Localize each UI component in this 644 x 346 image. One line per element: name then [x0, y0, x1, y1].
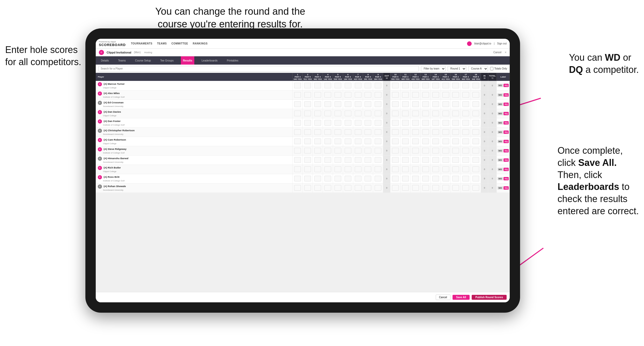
hole-1-input[interactable] — [294, 129, 301, 135]
hole-15-input[interactable] — [442, 83, 449, 88]
hole-11-input[interactable] — [402, 139, 409, 144]
sign-out-link[interactable]: Sign out — [497, 42, 507, 45]
hole-3-input[interactable] — [314, 111, 321, 116]
hole-9-input[interactable] — [375, 129, 381, 135]
hole-13-input[interactable] — [422, 111, 429, 116]
hole-10-input[interactable] — [392, 92, 399, 98]
hole-17-input[interactable] — [462, 92, 469, 98]
hole-17-input[interactable] — [462, 148, 469, 153]
hole-12-input[interactable] — [412, 176, 419, 181]
hole-1-input[interactable] — [294, 101, 301, 107]
hole-6-input[interactable] — [345, 92, 351, 98]
hole-11-input[interactable] — [402, 185, 409, 191]
hole-5-input[interactable] — [335, 120, 341, 126]
hole-4-input[interactable] — [324, 148, 331, 153]
hole-8-input[interactable] — [365, 157, 371, 163]
hole-5-input[interactable] — [335, 166, 341, 172]
hole-12-input[interactable] — [412, 148, 419, 153]
hole-6-input[interactable] — [345, 139, 351, 144]
hole-1-input[interactable] — [294, 166, 301, 172]
hole-3-input[interactable] — [314, 120, 321, 126]
hole-7-input[interactable] — [355, 157, 361, 163]
dq-button[interactable]: DQ — [504, 84, 509, 87]
hole-13-input[interactable] — [422, 101, 429, 107]
hole-15-input[interactable] — [442, 185, 449, 191]
hole-18-input[interactable] — [472, 120, 479, 126]
wd-button[interactable]: WD — [498, 121, 503, 125]
hole-6-input[interactable] — [345, 157, 351, 163]
hole-8-input[interactable] — [365, 101, 371, 107]
hole-14-input[interactable] — [432, 120, 439, 126]
nav-committee[interactable]: COMMITTEE — [172, 42, 188, 45]
hole-17-input[interactable] — [462, 166, 469, 172]
dq-button[interactable]: DQ — [504, 130, 509, 134]
wd-button[interactable]: WD — [498, 140, 503, 143]
subnav-details[interactable]: Details — [99, 56, 111, 65]
hole-3-input[interactable] — [314, 166, 321, 172]
hole-11-input[interactable] — [402, 83, 409, 88]
hole-9-input[interactable] — [375, 139, 381, 144]
hole-16-input[interactable] — [452, 139, 459, 144]
hole-7-input[interactable] — [355, 101, 361, 107]
hole-7-input[interactable] — [355, 185, 361, 191]
hole-1-input[interactable] — [294, 185, 301, 191]
hole-9-input[interactable] — [375, 157, 381, 163]
hole-7-input[interactable] — [355, 176, 361, 181]
hole-15-input[interactable] — [442, 157, 449, 163]
hole-10-input[interactable] — [392, 148, 399, 153]
cancel-top-button[interactable]: Cancel — [493, 51, 501, 54]
hole-13-input[interactable] — [422, 120, 429, 126]
hole-7-input[interactable] — [355, 120, 361, 126]
subnav-tee-groups[interactable]: Tee Groups — [158, 56, 176, 65]
hole-18-input[interactable] — [472, 101, 479, 107]
wd-button[interactable]: WD — [498, 158, 503, 162]
hole-15-input[interactable] — [442, 139, 449, 144]
hole-17-input[interactable] — [462, 111, 469, 116]
hole-3-input[interactable] — [314, 148, 321, 153]
hole-9-input[interactable] — [375, 120, 381, 126]
hole-3-input[interactable] — [314, 92, 321, 98]
nav-teams[interactable]: TEAMS — [157, 42, 167, 45]
hole-1-input[interactable] — [294, 111, 301, 116]
hole-2-input[interactable] — [304, 157, 311, 163]
hole-1-input[interactable] — [294, 120, 301, 126]
hole-13-input[interactable] — [422, 157, 429, 163]
nav-tournaments[interactable]: TOURNAMENTS — [131, 42, 152, 45]
hole-10-input[interactable] — [392, 101, 399, 107]
wd-button[interactable]: WD — [498, 84, 503, 87]
wd-button[interactable]: WD — [498, 149, 503, 152]
hole-7-input[interactable] — [355, 83, 361, 88]
hole-5-input[interactable] — [335, 92, 341, 98]
hole-11-input[interactable] — [402, 176, 409, 181]
hole-5-input[interactable] — [335, 148, 341, 153]
hole-5-input[interactable] — [335, 139, 341, 144]
cancel-button[interactable]: Cancel — [436, 295, 450, 300]
hole-3-input[interactable] — [314, 101, 321, 107]
wd-button[interactable]: WD — [498, 186, 503, 190]
hole-4-input[interactable] — [324, 101, 331, 107]
hole-16-input[interactable] — [452, 120, 459, 126]
hole-4-input[interactable] — [324, 185, 331, 191]
hole-2-input[interactable] — [304, 92, 311, 98]
save-all-button[interactable]: Save All — [453, 295, 470, 300]
hole-7-input[interactable] — [355, 139, 361, 144]
dq-button[interactable]: DQ — [504, 140, 509, 143]
hole-10-input[interactable] — [392, 120, 399, 126]
hole-5-input[interactable] — [335, 157, 341, 163]
hole-16-input[interactable] — [452, 129, 459, 135]
subnav-teams[interactable]: Teams — [116, 56, 128, 65]
hole-10-input[interactable] — [392, 157, 399, 163]
hole-5-input[interactable] — [335, 185, 341, 191]
hole-12-input[interactable] — [412, 157, 419, 163]
hole-13-input[interactable] — [422, 139, 429, 144]
hole-16-input[interactable] — [452, 157, 459, 163]
hole-4-input[interactable] — [324, 92, 331, 98]
hole-8-input[interactable] — [365, 83, 371, 88]
hole-5-input[interactable] — [335, 111, 341, 116]
wd-button[interactable]: WD — [498, 103, 503, 106]
dq-button[interactable]: DQ — [504, 149, 509, 152]
hole-15-input[interactable] — [442, 129, 449, 135]
hole-8-input[interactable] — [365, 92, 371, 98]
dq-button[interactable]: DQ — [504, 93, 509, 97]
hole-4-input[interactable] — [324, 157, 331, 163]
